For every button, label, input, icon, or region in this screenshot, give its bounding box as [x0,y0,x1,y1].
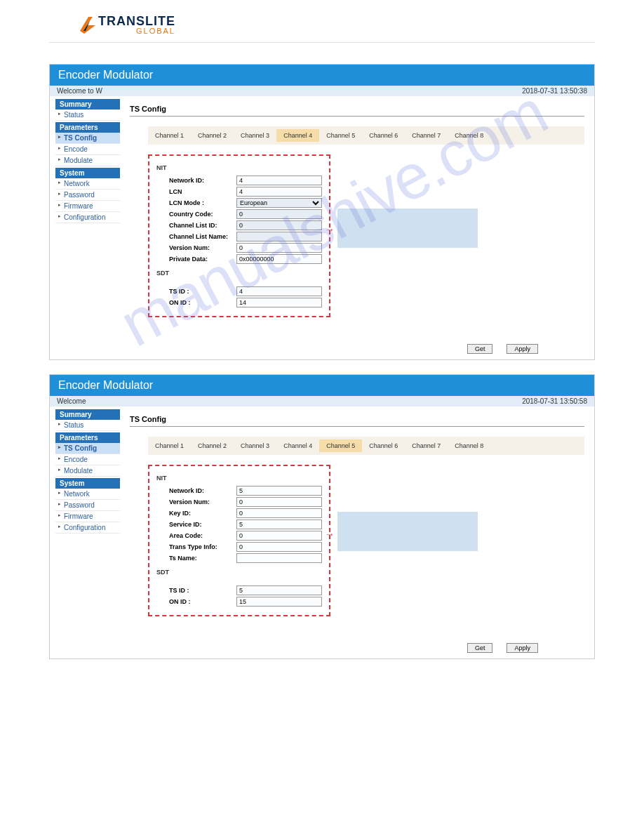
content-area: TS ConfigChannel 1Channel 2Channel 3Chan… [120,406,594,658]
form-row: TS ID : [156,585,322,595]
sdt-section-label: SDT [156,569,169,576]
brand-logo-icon [77,14,98,35]
tab-channel-6[interactable]: Channel 6 [362,439,405,452]
form-label: Service ID: [169,521,236,528]
form-row: ON ID : [156,298,322,307]
form-label: TS ID : [169,288,236,295]
form-input[interactable] [236,286,322,296]
get-button[interactable]: Get [467,344,493,354]
nit-section-label: NIT [156,164,167,171]
form-input[interactable] [236,220,322,230]
form-input[interactable] [236,553,322,563]
lcn-mode-select[interactable]: European [236,198,322,208]
tab-channel-2[interactable]: Channel 2 [191,439,234,452]
form-label: Network ID: [169,487,236,494]
sidebar: SummaryStatusParametersTS ConfigEncodeMo… [50,96,120,359]
form-input[interactable] [236,531,322,541]
sidebar-item-status[interactable]: Status [55,110,120,121]
form-input[interactable] [236,508,322,518]
callout-block [337,512,478,551]
tab-channel-2[interactable]: Channel 2 [191,129,234,142]
form-row: Network ID: [156,486,322,496]
sidebar-item-modulate[interactable]: Modulate [55,155,120,166]
tab-channel-8[interactable]: Channel 8 [448,129,490,142]
form-label: Version Num: [169,498,236,505]
sidebar-item-configuration[interactable]: Configuration [55,522,120,534]
welcome-bar: Welcome to W2018-07-31 13:50:38 [50,86,594,96]
tab-channel-8[interactable]: Channel 8 [448,439,490,452]
form-label: LCN Mode : [169,199,236,206]
sidebar-item-configuration[interactable]: Configuration [55,212,120,223]
form-label: ON ID : [169,299,236,306]
form-row: Private Data: [156,254,322,264]
tab-channel-1[interactable]: Channel 1 [148,439,191,452]
tab-channel-5[interactable]: Channel 5 [319,129,362,142]
form-label: Channel List ID: [169,222,236,229]
content-title: TS Config [130,412,584,427]
content-title: TS Config [130,102,584,117]
tab-channel-4[interactable]: Channel 4 [276,439,319,452]
sidebar-item-ts-config[interactable]: TS Config [55,133,120,144]
form-input[interactable] [236,597,322,607]
form-input[interactable] [236,585,322,595]
content-area: TS ConfigChannel 1Channel 2Channel 3Chan… [120,96,594,359]
callout-block [337,208,478,248]
app-titlebar: Encoder Modulator [50,375,594,396]
highlighted-form-box: NITNetwork ID:LCNLCN Mode :EuropeanCount… [148,154,330,317]
form-row: Service ID: [156,519,322,529]
apply-button[interactable]: Apply [507,643,538,653]
welcome-text: Welcome [57,397,86,405]
sidebar-item-encode[interactable]: Encode [55,454,120,465]
sidebar-item-firmware[interactable]: Firmware [55,511,120,522]
brand-header: TRANSLITE GLOBAL [49,14,595,35]
tab-channel-5[interactable]: Channel 5 [319,439,362,452]
form-label: ON ID : [169,598,236,605]
form-label: Network ID: [169,177,236,184]
sidebar-item-password[interactable]: Password [55,190,120,201]
sidebar-item-ts-config[interactable]: TS Config [55,443,120,454]
tab-channel-6[interactable]: Channel 6 [362,129,405,142]
arrow-right-icon: → [325,529,335,540]
tab-channel-7[interactable]: Channel 7 [405,129,448,142]
sidebar-item-network[interactable]: Network [55,489,120,500]
form-row: LCN Mode :European [156,198,322,208]
sidebar-section-summary: Summary [55,409,120,420]
form-input[interactable] [236,232,322,241]
welcome-bar: Welcome2018-07-31 13:50:58 [50,396,594,406]
sidebar-item-encode[interactable]: Encode [55,144,120,155]
tab-channel-3[interactable]: Channel 3 [234,439,276,452]
action-buttons: GetApply [467,643,538,653]
form-row: Trans Type Info: [156,542,322,552]
tab-channel-7[interactable]: Channel 7 [405,439,448,452]
form-input[interactable] [236,176,322,185]
sdt-section-label: SDT [156,270,169,277]
form-label: Ts Name: [169,555,236,562]
nit-section-label: NIT [156,475,167,482]
sidebar-item-status[interactable]: Status [55,420,120,431]
sidebar-item-modulate[interactable]: Modulate [55,465,120,477]
form-row: ON ID : [156,597,322,607]
form-input[interactable] [236,254,322,264]
form-input[interactable] [236,243,322,253]
sidebar-item-network[interactable]: Network [55,178,120,190]
tab-channel-4[interactable]: Channel 4 [276,129,319,142]
form-input[interactable] [236,497,322,507]
channel-tabs: Channel 1Channel 2Channel 3Channel 4Chan… [148,126,584,145]
form-input[interactable] [236,298,322,307]
get-button[interactable]: Get [467,643,493,653]
form-input[interactable] [236,519,322,529]
form-row: Network ID: [156,176,322,185]
tab-channel-1[interactable]: Channel 1 [148,129,191,142]
form-input[interactable] [236,486,322,496]
form-row: Version Num: [156,497,322,507]
tab-channel-3[interactable]: Channel 3 [234,129,276,142]
sidebar-item-firmware[interactable]: Firmware [55,201,120,212]
form-input[interactable] [236,187,322,197]
sidebar-item-password[interactable]: Password [55,500,120,511]
form-row: Channel List Name: [156,232,322,241]
form-label: Channel List Name: [169,233,236,240]
form-input[interactable] [236,209,322,219]
form-input[interactable] [236,542,322,552]
apply-button[interactable]: Apply [507,344,538,354]
form-row: Channel List ID: [156,220,322,230]
